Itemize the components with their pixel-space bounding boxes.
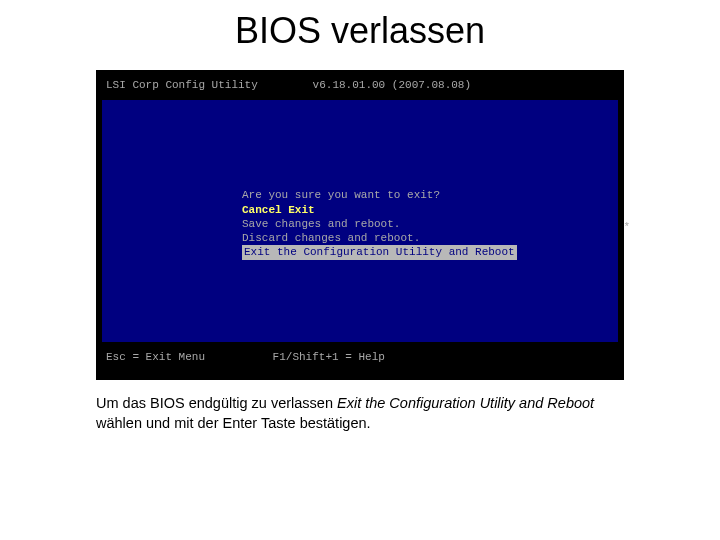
bios-header-version: v6.18.01.00 (2007.08.08) — [313, 79, 471, 91]
page-title: BIOS verlassen — [96, 10, 624, 52]
menu-item-save-reboot[interactable]: Save changes and reboot. — [242, 217, 522, 231]
menu-item-exit-reboot[interactable]: Exit the Configuration Utility and Reboo… — [242, 245, 517, 259]
exit-dialog: Are you sure you want to exit? Cancel Ex… — [242, 188, 522, 259]
bios-header-name: LSI Corp Config Utility — [106, 78, 306, 92]
caption-post: wählen und mit der Enter Taste bestätige… — [96, 415, 371, 431]
bios-footer: Esc = Exit Menu F1/Shift+1 = Help — [96, 346, 624, 372]
caption-italic: Exit the Configuration Utility and Reboo… — [337, 395, 594, 411]
footer-hint-help: F1/Shift+1 = Help — [273, 351, 385, 363]
bios-screenshot: LSI Corp Config Utility v6.18.01.00 (200… — [96, 70, 624, 380]
slide: BIOS verlassen LSI Corp Config Utility v… — [0, 0, 720, 540]
menu-item-cancel[interactable]: Cancel Exit — [242, 203, 522, 217]
bios-header: LSI Corp Config Utility v6.18.01.00 (200… — [96, 70, 624, 96]
dialog-prompt: Are you sure you want to exit? — [242, 188, 522, 202]
asterisk-icon: * — [623, 220, 630, 234]
menu-item-discard-reboot[interactable]: Discard changes and reboot. — [242, 231, 522, 245]
caption-pre: Um das BIOS endgültig zu verlassen — [96, 395, 337, 411]
bios-body: Are you sure you want to exit? Cancel Ex… — [102, 100, 618, 342]
caption-text: Um das BIOS endgültig zu verlassen Exit … — [96, 394, 624, 433]
footer-hint-esc: Esc = Exit Menu — [106, 350, 266, 364]
